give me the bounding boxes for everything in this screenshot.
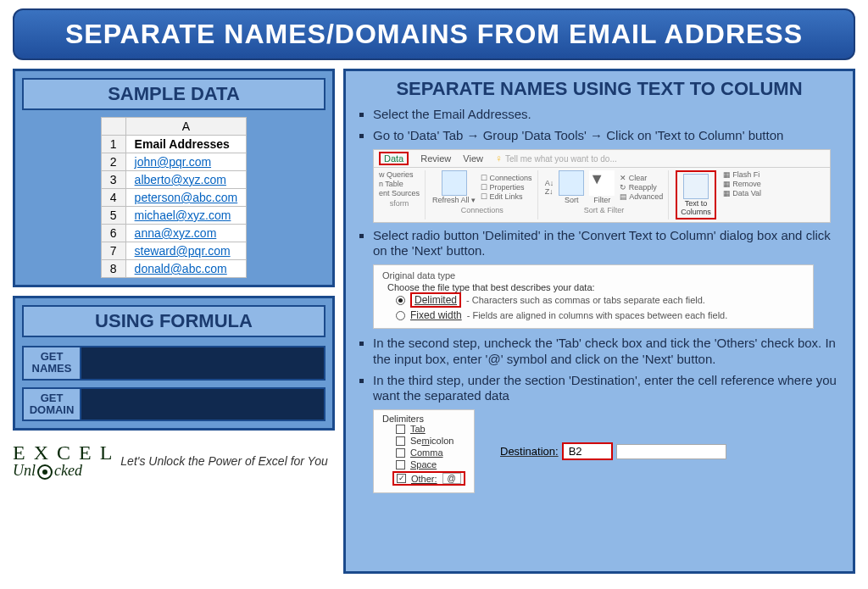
row-number: 8	[101, 260, 125, 278]
filter-icon[interactable]: ▼	[589, 170, 615, 196]
radio-icon	[396, 296, 405, 305]
tell-me-search[interactable]: ♀Tell me what you want to do...	[495, 153, 617, 164]
steps-list-2: Select radio button 'Delimited' in the '…	[354, 228, 844, 260]
steps-list: Select the Email Addresses. Go to 'Data'…	[354, 107, 844, 144]
other-checkbox[interactable]: ✓ Other: @	[392, 471, 465, 486]
original-data-type-label: Original data type	[382, 270, 804, 281]
row-number: 3	[101, 171, 125, 189]
choose-prompt: Choose the file type that best describes…	[387, 282, 804, 292]
left-column: SAMPLE DATA A 1Email Addresses 2john@pqr…	[13, 69, 335, 574]
sample-data-header: SAMPLE DATA	[22, 78, 326, 110]
table-header-cell: Email Addresses	[125, 136, 247, 153]
footer-logo-row: E X C E L Unlcked Let's Unlock the Power…	[13, 442, 335, 480]
email-cell: alberto@xyz.com	[125, 171, 247, 189]
tab-checkbox[interactable]: Tab	[396, 424, 465, 434]
sample-table: A 1Email Addresses 2john@pqr.com 3albert…	[101, 117, 247, 278]
radio-icon	[396, 311, 405, 320]
delimited-desc: - Characters such as commas or tabs sepa…	[466, 295, 705, 305]
excel-ribbon: Data Review View ♀Tell me what you want …	[373, 149, 831, 223]
other-delimiter-input[interactable]: @	[442, 473, 461, 484]
delimited-label: Delimited	[410, 292, 461, 308]
wizard-step1-dialog: Original data type Choose the file type …	[373, 264, 814, 329]
delimiters-label: Delimiters	[382, 414, 465, 424]
email-cell: michael@xyz.com	[125, 207, 247, 225]
destination-field-extra[interactable]	[616, 444, 726, 459]
space-checkbox[interactable]: Space	[396, 459, 465, 470]
sort-icon[interactable]	[559, 170, 584, 196]
row-number: 4	[101, 189, 125, 207]
sample-data-panel: SAMPLE DATA A 1Email Addresses 2john@pqr…	[13, 69, 335, 287]
tagline: Let's Unlock the Power of Excel for You	[120, 454, 327, 468]
ribbon-group-connections: Refresh All ▾ ☐ Connections ☐ Properties…	[432, 170, 538, 219]
excel-unlocked-logo: E X C E L Unlcked	[13, 442, 114, 480]
delimited-radio-row[interactable]: Delimited - Characters such as commas or…	[396, 292, 804, 308]
ribbon-tab-review[interactable]: Review	[420, 153, 451, 164]
fixed-width-desc: - Fields are aligned in columns with spa…	[467, 310, 728, 320]
fixed-width-radio-row[interactable]: Fixed width - Fields are aligned in colu…	[396, 309, 804, 321]
wizard-step2-3-snip: Delimiters Tab Semicolon Comma Space ✓ O…	[373, 409, 844, 493]
text-to-column-panel: SEPARATE NAMES USING TEXT TO COLUMN Sele…	[343, 69, 855, 574]
email-cell: peterson@abc.com	[125, 189, 247, 207]
delimiters-box: Delimiters Tab Semicolon Comma Space ✓ O…	[373, 409, 475, 493]
get-names-row: GET NAMES	[22, 346, 326, 381]
text-to-columns-icon	[683, 174, 709, 199]
get-domain-box	[81, 387, 326, 422]
ribbon-group-data-tools: ▦ Flash Fi ▦ Remove ▦ Data Val	[723, 170, 766, 219]
content-row: SAMPLE DATA A 1Email Addresses 2john@pqr…	[0, 69, 868, 574]
step-1: Select the Email Addresses.	[373, 107, 844, 123]
get-names-box	[81, 346, 326, 381]
email-cell: donald@abc.com	[125, 260, 247, 278]
get-domain-label: GET DOMAIN	[22, 387, 81, 422]
fixed-width-label: Fixed width	[410, 309, 462, 321]
page-title: SEPARATE NAMES/DOMAINS FROM EMAIL ADDRES…	[13, 8, 855, 60]
refresh-icon[interactable]	[442, 170, 467, 196]
destination-row: Destination: B2	[500, 442, 726, 460]
checkmark-icon: ✓	[397, 474, 406, 483]
semicolon-checkbox[interactable]: Semicolon	[396, 436, 465, 446]
step-3: Select radio button 'Delimited' in the '…	[373, 228, 844, 260]
comma-checkbox[interactable]: Comma	[396, 447, 465, 458]
email-cell: steward@pqr.com	[125, 242, 247, 260]
row-number: 6	[101, 225, 125, 242]
get-names-label: GET NAMES	[22, 346, 81, 381]
step-4: In the second step, uncheck the 'Tab' ch…	[373, 336, 844, 368]
destination-label: Destination:	[500, 445, 559, 458]
ribbon-group-sort-filter: A↓Z↓ Sort ▼ Filter ✕ Clear ↻	[545, 170, 670, 219]
row-number: 7	[101, 242, 125, 260]
row-number: 2	[101, 153, 125, 171]
formula-panel: USING FORMULA GET NAMES GET DOMAIN	[13, 296, 335, 431]
email-cell: anna@xyz.com	[125, 225, 247, 242]
column-a-header: A	[125, 118, 247, 136]
arrow-icon: →	[467, 128, 480, 142]
keyhole-icon	[37, 464, 53, 480]
formula-header: USING FORMULA	[22, 305, 326, 337]
corner-cell	[101, 118, 125, 136]
bulb-icon: ♀	[495, 153, 503, 164]
text-to-columns-button[interactable]: Text to Columns	[676, 170, 716, 219]
right-column: SEPARATE NAMES USING TEXT TO COLUMN Sele…	[343, 69, 855, 574]
step-2: Go to 'Data' Tab → Group 'Data Tools' → …	[373, 128, 844, 144]
steps-list-3: In the second step, uncheck the 'Tab' ch…	[354, 336, 844, 404]
destination-input[interactable]: B2	[562, 442, 613, 460]
get-domain-row: GET DOMAIN	[22, 387, 326, 422]
row-number: 5	[101, 207, 125, 225]
ribbon-body: w Queries n Table ent Sources sform Refr…	[374, 168, 830, 222]
right-header: SEPARATE NAMES USING TEXT TO COLUMN	[354, 78, 844, 100]
ribbon-tab-data[interactable]: Data	[379, 152, 409, 165]
ribbon-group-transform: w Queries n Table ent Sources sform	[379, 170, 426, 219]
ribbon-tab-view[interactable]: View	[463, 153, 483, 164]
step-5: In the third step, under the section 'De…	[373, 373, 844, 405]
arrow-icon: →	[590, 128, 603, 142]
ribbon-tabs: Data Review View ♀Tell me what you want …	[374, 150, 830, 168]
row-number: 1	[101, 136, 125, 153]
email-cell: john@pqr.com	[125, 153, 247, 171]
